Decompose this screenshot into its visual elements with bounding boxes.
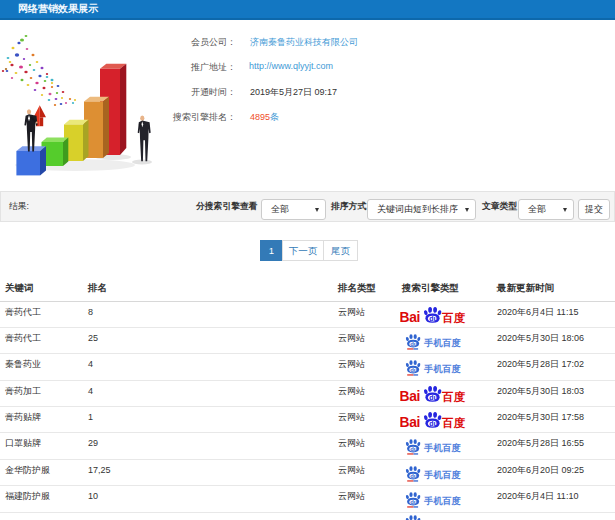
svg-text:du: du: [429, 420, 438, 427]
svg-text:百度: 百度: [441, 311, 466, 324]
svg-text:手机百度: 手机百度: [423, 364, 461, 375]
svg-text:手机百度: 手机百度: [423, 337, 461, 348]
svg-text:Bai: Bai: [400, 310, 420, 325]
svg-text:手机百度: 手机百度: [423, 443, 461, 454]
svg-text:手机百度: 手机百度: [423, 496, 461, 507]
svg-text:Bai: Bai: [400, 415, 420, 430]
svg-text:du: du: [410, 499, 418, 505]
svg-text:du: du: [410, 367, 418, 373]
svg-text:du: du: [429, 394, 438, 401]
svg-text:百度: 百度: [441, 416, 466, 429]
svg-text:du: du: [410, 446, 418, 452]
svg-text:Bai: Bai: [400, 389, 420, 404]
svg-text:手机百度: 手机百度: [423, 469, 461, 480]
svg-text:百度: 百度: [441, 390, 466, 403]
svg-text:du: du: [410, 473, 418, 479]
svg-text:du: du: [429, 315, 438, 322]
svg-text:du: du: [410, 341, 418, 347]
